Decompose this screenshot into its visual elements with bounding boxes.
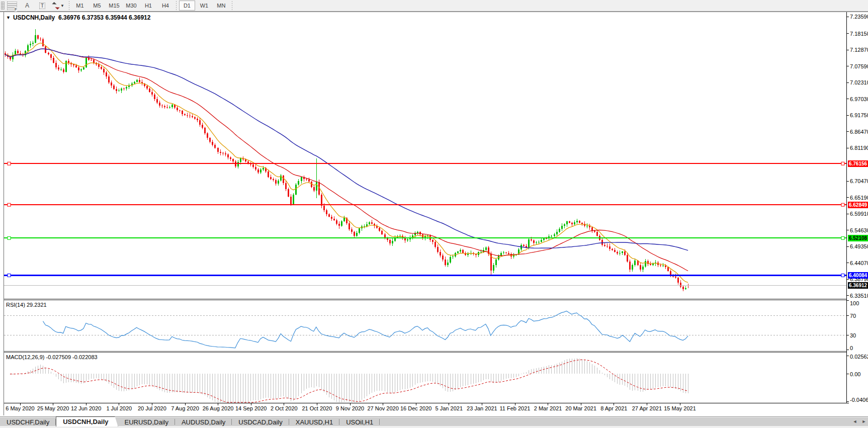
candle-body <box>328 214 330 217</box>
candle-body <box>209 138 211 142</box>
candle-body <box>452 256 454 258</box>
level-line-handle[interactable] <box>841 274 844 277</box>
chart-plot-area[interactable] <box>0 0 868 428</box>
tab-usdcnh-daily[interactable]: USDCNH,Daily <box>56 416 118 426</box>
candle-body <box>27 45 29 51</box>
candle-body <box>634 261 636 265</box>
candle-body <box>78 67 79 70</box>
candle-body <box>121 89 122 91</box>
candle-body <box>667 267 669 271</box>
tab-eurusd-daily[interactable]: EURUSD,Daily <box>118 417 175 426</box>
candle-body <box>15 51 16 55</box>
candle-body <box>508 253 509 254</box>
candle-body <box>349 223 350 229</box>
candle-body <box>551 236 552 236</box>
candle-body <box>594 231 595 232</box>
price-axis-label: 6.97030 <box>850 96 868 102</box>
candle-body <box>523 245 525 246</box>
candle-body <box>614 250 616 251</box>
bottom-strip <box>0 426 868 428</box>
level-line-handle[interactable] <box>8 236 11 239</box>
candle-body <box>586 226 588 226</box>
level-price-tag: 6.76156 <box>848 160 868 167</box>
candle-body <box>627 255 628 262</box>
tab-usdchf-daily[interactable]: USDCHF,Daily <box>0 417 56 426</box>
tab-audusd-daily[interactable]: AUDUSD,Daily <box>175 417 232 426</box>
candle-body <box>536 242 537 243</box>
price-axis-label: 6.44070 <box>850 260 868 266</box>
candle-body <box>675 277 676 278</box>
candle-body <box>566 221 568 224</box>
candle-body <box>50 54 52 58</box>
candle-body <box>154 95 155 99</box>
candle-body <box>268 172 269 177</box>
candle-body <box>108 76 110 82</box>
candle-body <box>295 185 297 195</box>
candle-body <box>53 58 54 63</box>
tab-usdcad-daily[interactable]: USDCAD,Daily <box>232 417 289 426</box>
candle-body <box>465 253 466 255</box>
candle-body <box>622 251 623 253</box>
macd-label: MACD(12,26,9) -0.027509 -0.022083 <box>6 354 98 360</box>
candle-body <box>308 180 310 182</box>
candle-body <box>179 110 181 111</box>
candle-body <box>260 169 262 173</box>
candle-body <box>98 64 100 66</box>
candle-body <box>220 152 221 153</box>
candle-body <box>528 239 530 248</box>
candle-body <box>447 263 449 266</box>
candle-body <box>123 89 125 89</box>
candle-body <box>290 197 292 205</box>
candle-body <box>505 252 507 253</box>
candle-body <box>442 255 444 260</box>
level-line-handle[interactable] <box>8 203 11 206</box>
candle-body <box>543 238 545 240</box>
candle-body <box>321 195 322 206</box>
candle-body <box>606 246 608 246</box>
candle-body <box>581 223 583 224</box>
level-price-tag: 6.40084 <box>848 272 868 279</box>
candle-body <box>500 253 502 255</box>
price-axis-label: 7.23590 <box>850 14 868 20</box>
tab-scroll-left-button[interactable]: ◄ <box>852 418 858 424</box>
candle-body <box>462 250 464 252</box>
level-line-handle[interactable] <box>841 162 844 165</box>
candle-body <box>381 231 383 234</box>
candle-body <box>187 115 188 116</box>
candle-body <box>278 181 279 184</box>
level-price-tag: 6.62849 <box>848 202 868 208</box>
candle-body <box>48 53 49 55</box>
level-line-handle[interactable] <box>841 203 844 206</box>
candle-body <box>333 219 335 220</box>
level-line-handle[interactable] <box>8 274 11 277</box>
candle-body <box>561 226 563 229</box>
level-line-6.76156[interactable] <box>4 162 846 165</box>
candle-body <box>151 92 153 95</box>
candle-body <box>255 167 256 169</box>
tab-xauusd-h1[interactable]: XAUUSD,H1 <box>289 417 339 426</box>
candle-body <box>298 181 299 184</box>
date-axis-label: 15 May 2021 <box>657 405 703 411</box>
candle-body <box>83 67 84 70</box>
candle-body <box>338 224 340 226</box>
current-price-tag: 6.36912 <box>848 282 868 289</box>
candle-body <box>113 85 115 89</box>
candle-body <box>30 44 31 45</box>
candle-body <box>389 240 391 243</box>
tab-usoil-h1[interactable]: USOil,H1 <box>339 417 380 426</box>
level-line-6.62849[interactable] <box>4 203 846 206</box>
candle-body <box>55 63 57 67</box>
candle-body <box>579 221 580 222</box>
candle-body <box>240 158 241 162</box>
candle-body <box>596 232 598 235</box>
level-line-6.40084[interactable] <box>4 274 846 277</box>
level-line-handle[interactable] <box>8 162 11 165</box>
rsi-axis-label: 30 <box>850 332 856 338</box>
rsi-label: RSI(14) 29.2321 <box>6 302 47 308</box>
candle-body <box>632 265 633 270</box>
tab-scroll-right-button[interactable]: ► <box>861 418 867 424</box>
candle-body <box>118 91 120 91</box>
candle-body <box>571 223 573 224</box>
candle-body <box>645 261 646 267</box>
level-line-handle[interactable] <box>841 236 844 239</box>
